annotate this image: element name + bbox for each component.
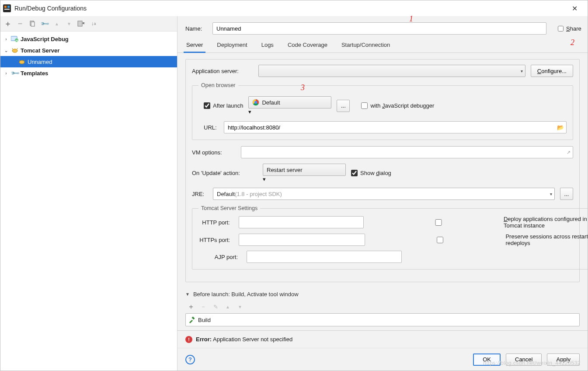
help-button[interactable]: ? <box>185 355 195 364</box>
status-message: Application Server not specified <box>212 336 292 343</box>
tree-item-unnamed[interactable]: Unnamed <box>0 56 177 67</box>
svg-rect-0 <box>3 4 11 12</box>
url-input[interactable] <box>224 121 567 133</box>
open-browser-legend: Open browser <box>198 82 238 88</box>
expand-icon[interactable]: ↗ <box>567 150 571 155</box>
svg-rect-12 <box>191 316 195 319</box>
show-dialog-checkbox-input[interactable] <box>351 170 358 176</box>
chrome-icon <box>252 99 259 106</box>
bl-edit-button[interactable]: ✎ <box>210 301 221 312</box>
bl-add-button[interactable]: ＋ <box>185 301 197 312</box>
svg-rect-5 <box>31 22 35 26</box>
tree-label: Tomcat Server <box>21 47 59 54</box>
tomcat-icon <box>18 58 26 65</box>
deploy-checkbox[interactable] <box>377 219 500 226</box>
app-server-label: Application server: <box>192 68 253 74</box>
before-launch-list[interactable]: Build <box>185 313 580 326</box>
https-port-input[interactable] <box>239 234 365 246</box>
http-port-label: HTTP port: <box>198 219 230 226</box>
svg-rect-3 <box>4 9 10 10</box>
name-label: Name: <box>185 25 207 32</box>
bl-remove-button[interactable]: − <box>198 301 209 312</box>
svg-rect-6 <box>78 21 82 26</box>
close-icon[interactable]: ✕ <box>566 4 583 13</box>
tab-server[interactable]: Server <box>185 38 204 52</box>
tab-deployment[interactable]: Deployment <box>216 38 248 52</box>
jre-more-button[interactable]: ... <box>560 188 573 200</box>
on-update-combo[interactable]: Restart server ▾ <box>263 164 346 182</box>
svg-rect-2 <box>7 6 10 8</box>
tab-startup-connection[interactable]: Startup/Connection <box>341 38 391 52</box>
after-launch-checkbox[interactable]: After launch <box>204 102 243 109</box>
jre-combo[interactable]: Default (1.8 - project SDK) ▾ <box>213 188 555 200</box>
expander-icon[interactable]: ⌄ <box>3 48 9 53</box>
remove-button[interactable]: − <box>14 18 26 29</box>
tomcat-icon <box>11 47 19 54</box>
tab-code-coverage[interactable]: Code Coverage <box>287 38 328 52</box>
jre-label: JRE: <box>192 191 208 197</box>
status-bar: ! Error: Application Server not specifie… <box>177 330 588 348</box>
vm-options-input[interactable] <box>241 146 573 158</box>
error-icon: ! <box>185 336 192 343</box>
after-launch-checkbox-input[interactable] <box>204 102 210 109</box>
apply-button[interactable]: Apply <box>547 354 580 366</box>
tree-item-tomcat[interactable]: ⌄ Tomcat Server <box>0 45 177 56</box>
tree-item-templates[interactable]: › 🔧 Templates <box>0 67 177 79</box>
expander-icon[interactable]: › <box>3 37 9 42</box>
tab-logs[interactable]: Logs <box>261 38 275 52</box>
tree-label: Unnamed <box>28 59 52 65</box>
open-folder-icon[interactable]: 📂 <box>557 124 564 131</box>
configure-button[interactable]: Configure... <box>531 65 573 77</box>
save-template-button[interactable] <box>76 18 87 29</box>
move-down-button[interactable]: ▼ <box>63 18 75 29</box>
tree-label: Templates <box>21 70 48 77</box>
before-launch-header[interactable]: ▼ Before launch: Build, Activate tool wi… <box>185 291 580 298</box>
svg-point-11 <box>19 60 24 64</box>
browser-value: Default <box>262 99 280 106</box>
browser-more-button[interactable]: ... <box>337 100 350 112</box>
chevron-down-icon: ▼ <box>185 292 190 297</box>
cancel-button[interactable]: Cancel <box>506 354 542 366</box>
bl-down-button[interactable]: ▼ <box>234 301 246 312</box>
before-launch-item-label: Build <box>198 317 211 323</box>
left-toolbar: ＋ − 🔧 ▲ ▼ ↓a <box>0 16 177 31</box>
add-button[interactable]: ＋ <box>2 18 14 29</box>
browser-combo[interactable]: Default ▾ <box>248 96 331 115</box>
ajp-port-input[interactable] <box>247 251 402 263</box>
share-checkbox[interactable]: Share <box>558 25 580 32</box>
chevron-down-icon: ▾ <box>248 108 251 115</box>
name-input[interactable] <box>212 22 546 35</box>
copy-button[interactable] <box>27 18 38 29</box>
jre-hint: (1.8 - project SDK) <box>235 191 282 197</box>
js-debugger-checkbox[interactable]: with JavaScript debugger <box>361 102 434 109</box>
show-dialog-checkbox[interactable]: Show dialog <box>351 170 391 176</box>
titlebar: Run/Debug Configurations ✕ <box>0 0 588 16</box>
chevron-down-icon: ▾ <box>263 176 266 182</box>
svg-point-10 <box>12 49 17 52</box>
edit-settings-button[interactable]: 🔧 <box>39 18 50 29</box>
config-tree[interactable]: › JS JavaScript Debug ⌄ Tomcat Server <box>0 31 177 371</box>
vm-options-label: VM options: <box>192 149 236 156</box>
sort-button[interactable]: ↓a <box>88 18 99 29</box>
hammer-icon <box>188 316 195 323</box>
preserve-label: Preserve sessions across restarts and re… <box>505 233 588 246</box>
move-up-button[interactable]: ▲ <box>51 18 63 29</box>
preserve-checkbox[interactable] <box>378 237 502 243</box>
ok-button[interactable]: OK <box>473 354 501 366</box>
jre-value: Default <box>217 191 235 197</box>
on-update-value: Restart server <box>267 167 303 173</box>
app-icon <box>3 4 11 12</box>
https-port-label: HTTPs port: <box>198 237 230 243</box>
js-debugger-checkbox-input[interactable] <box>361 102 368 109</box>
after-launch-label: After launch <box>213 102 243 109</box>
http-port-input[interactable] <box>239 216 364 228</box>
share-label: hare <box>570 25 581 32</box>
share-checkbox-input[interactable] <box>558 25 564 32</box>
before-launch-toolbar: ＋ − ✎ ▲ ▼ <box>185 300 580 313</box>
tree-item-js-debug[interactable]: › JS JavaScript Debug <box>0 33 177 45</box>
url-label: URL: <box>204 124 219 131</box>
app-server-combo[interactable]: ▾ <box>258 65 525 77</box>
expander-icon[interactable]: › <box>3 71 9 76</box>
dialog-buttons: ? OK Cancel Apply https://blog.csdn.net/… <box>177 348 588 371</box>
bl-up-button[interactable]: ▲ <box>222 301 233 312</box>
